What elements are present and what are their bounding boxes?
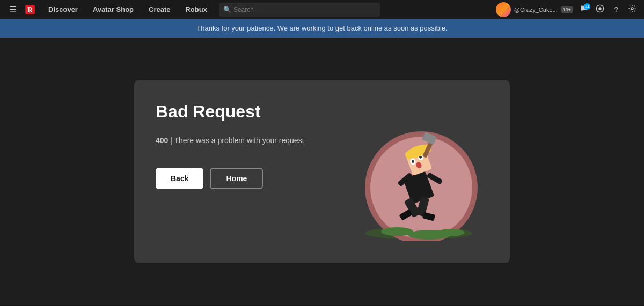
error-description: 400 | There was a problem with your requ… [156,135,317,146]
settings-button[interactable] [625,2,640,17]
username-label: @Crazy_Cake... [514,6,558,13]
banner-message: Thanks for your patience. We are working… [196,24,447,32]
error-illustration [343,91,494,241]
hamburger-icon: ☰ [9,4,17,14]
error-separator: | [168,136,174,145]
nav-avatar-shop[interactable]: Avatar Shop [85,0,141,19]
error-code: 400 [156,136,168,145]
home-button[interactable]: Home [210,168,263,189]
nav-right-section: @Crazy_Cake... 13+ 11 ? [496,2,640,17]
avatar[interactable] [496,2,511,17]
error-character-svg [343,91,483,241]
age-badge: 13+ [561,6,573,13]
roblox-logo-icon: R [24,4,36,16]
search-box[interactable]: 🔍 [219,3,380,17]
roblox-logo[interactable]: R [21,0,39,19]
main-content: Bad Request 400 | There was a problem wi… [0,38,644,305]
settings-icon [628,4,636,14]
notification-button[interactable] [592,2,608,17]
nav-robux[interactable]: Robux [178,0,214,19]
status-banner: Thanks for your patience. We are working… [0,19,644,38]
svg-point-26 [437,229,464,236]
hamburger-menu-button[interactable]: ☰ [4,0,21,19]
chat-button[interactable]: 11 [576,2,591,17]
error-card: Bad Request 400 | There was a problem wi… [134,80,510,263]
svg-text:R: R [27,5,33,13]
chat-badge: 11 [584,3,590,10]
search-icon: 🔍 [223,6,231,13]
help-button[interactable]: ? [609,2,624,17]
svg-point-3 [598,7,601,10]
help-icon: ? [614,5,618,13]
svg-point-4 [631,8,633,10]
nav-discover[interactable]: Discover [41,0,85,19]
navbar: ☰ R Discover Avatar Shop Create Robux 🔍 … [0,0,644,19]
error-message: There was a problem with your request [174,136,304,145]
avatar-image [496,2,511,17]
nav-create[interactable]: Create [141,0,178,19]
search-input[interactable] [233,6,376,13]
nav-links: Discover Avatar Shop Create Robux [41,0,215,19]
back-button[interactable]: Back [156,168,203,189]
notification-icon [596,4,604,14]
